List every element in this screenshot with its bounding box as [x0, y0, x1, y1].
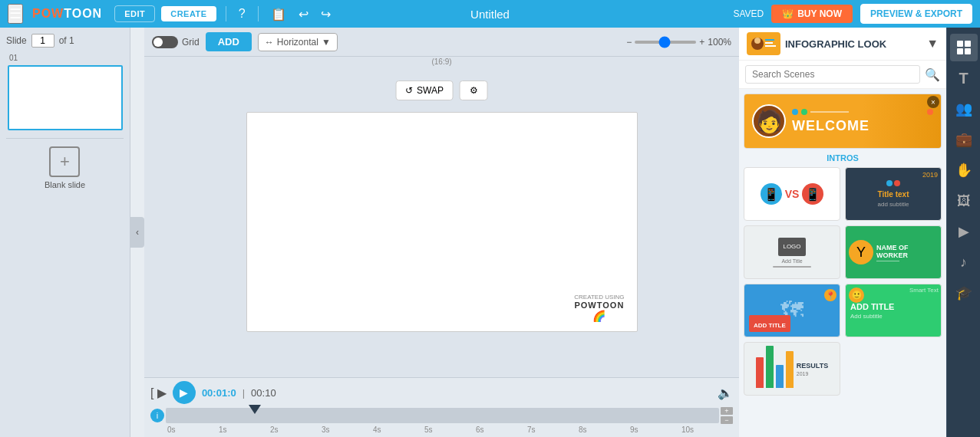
- add-button[interactable]: ADD: [206, 32, 252, 51]
- infographic-chevron-icon[interactable]: ▼: [926, 37, 939, 51]
- sidebar-text-button[interactable]: T: [950, 64, 978, 92]
- zoom-minus[interactable]: −: [626, 37, 632, 48]
- svg-rect-8: [957, 48, 963, 54]
- sidebar-music-button[interactable]: ♪: [950, 248, 978, 276]
- scene-close-button[interactable]: ×: [927, 96, 939, 108]
- sidebar-objects-button[interactable]: 💼: [950, 126, 978, 153]
- volume-button[interactable]: 🔈: [718, 386, 733, 400]
- swap-icon: ↺: [405, 85, 413, 96]
- zoom-slider[interactable]: [635, 41, 696, 44]
- preview-export-button[interactable]: PREVIEW & EXPORT: [860, 4, 972, 24]
- timeline-info-button[interactable]: i: [150, 409, 164, 422]
- scene-search-bar: 🔍: [739, 61, 946, 89]
- saved-status: SAVED: [733, 8, 764, 19]
- timeline-zoom-in[interactable]: +: [721, 407, 733, 415]
- sidebar-characters-button[interactable]: 👥: [950, 95, 978, 123]
- scene-item-title-text[interactable]: 2019 Title text add subtitle: [845, 167, 942, 221]
- scenes-panel: INFOGRAPHIC LOOK ▼ 🔍 🧑: [739, 28, 946, 437]
- zoom-percent: 100%: [708, 37, 731, 48]
- title-text-label: Title text: [878, 190, 909, 199]
- slide-of-label: of 1: [59, 35, 74, 46]
- grid-toggle-switch[interactable]: [152, 36, 178, 48]
- swap-button[interactable]: ↺ SWAP: [395, 80, 454, 100]
- timeline-track: i + −: [150, 407, 733, 424]
- play-button[interactable]: ▶: [173, 381, 196, 404]
- mark-in-button[interactable]: [ ▶: [150, 386, 167, 400]
- scene-item-add-title[interactable]: Smart Text ADD TITLE Add subtitle 🙂: [845, 284, 942, 337]
- slide-label: Slide: [6, 35, 27, 46]
- redo-button[interactable]: ↪: [318, 4, 334, 25]
- undo-button[interactable]: ↩: [295, 4, 312, 25]
- hamburger-menu[interactable]: ☰: [8, 4, 23, 24]
- sidebar-effects-button[interactable]: 🎓: [950, 279, 978, 307]
- help-button[interactable]: ?: [236, 4, 249, 24]
- blank-slide-button[interactable]: + Blank slide: [45, 146, 85, 189]
- zoom-plus[interactable]: +: [699, 37, 704, 48]
- intros-label: INTROS: [744, 153, 942, 163]
- timeline-bar[interactable]: [166, 408, 719, 423]
- timeline-adjust: + −: [721, 407, 733, 424]
- buy-now-button[interactable]: 👑 BUY NOW: [771, 5, 853, 23]
- nav-divider-1: [226, 6, 226, 21]
- sidebar-video-button[interactable]: ▶: [950, 218, 978, 245]
- edit-button[interactable]: EDIT: [114, 5, 155, 22]
- scene-item-insert-logo[interactable]: LOGO Add Title: [744, 225, 840, 279]
- right-sidebar: T 👥 💼 ✋ 🖼 ▶ ♪ 🎓: [946, 28, 980, 437]
- canvas-ratio: (16:9): [144, 57, 739, 67]
- slide-number-bar: Slide of 1: [6, 34, 124, 48]
- search-icon: 🔍: [925, 68, 940, 81]
- timeline-controls: [ ▶ ▶ 00:01:0 | 00:10 🔈: [150, 381, 733, 404]
- svg-rect-6: [957, 41, 963, 47]
- top-navbar: ☰ POWTOON EDIT CREATE ? 📋 ↩ ↪ Untitled S…: [0, 0, 980, 28]
- sidebar-hand-button[interactable]: ✋: [950, 156, 978, 184]
- slide-number-input[interactable]: [31, 34, 54, 48]
- ruler-2s: 2s: [270, 426, 322, 434]
- time-separator: |: [243, 387, 245, 399]
- separator: [6, 138, 124, 139]
- timeline-playhead: [249, 405, 261, 414]
- scene-item-welcome[interactable]: 🧑 WELCOME ×: [744, 94, 942, 149]
- scene-search-input[interactable]: [745, 65, 920, 84]
- ruler-6s: 6s: [476, 426, 527, 434]
- scene-item-chart[interactable]: RESULTS 2019: [744, 342, 840, 396]
- svg-rect-4: [765, 42, 773, 44]
- ruler-5s: 5s: [424, 426, 476, 434]
- document-title[interactable]: Untitled: [470, 8, 510, 21]
- blank-slide-label: Blank slide: [45, 180, 85, 189]
- watermark-logo: POWTOON: [574, 301, 624, 310]
- canvas-wrapper: ↺ SWAP ⚙ CREATED USING POWTOON 🌈: [144, 67, 739, 377]
- canvas-frame[interactable]: CREATED USING POWTOON 🌈: [246, 112, 638, 332]
- svg-rect-5: [765, 45, 776, 47]
- add-subtitle2-label: Add subtitle: [850, 313, 883, 320]
- app-logo: POWTOON: [32, 7, 102, 21]
- layout-button[interactable]: ↔ Horizontal ▼: [258, 33, 338, 51]
- slide-thumbnail[interactable]: [8, 65, 123, 130]
- collapse-panel-button[interactable]: ‹: [130, 217, 144, 248]
- settings-button[interactable]: ⚙: [460, 80, 488, 100]
- scene-search-button[interactable]: 🔍: [925, 67, 940, 82]
- scenes-list[interactable]: 🧑 WELCOME × INTROS: [739, 89, 946, 437]
- current-time-display: 00:01:0: [202, 387, 236, 399]
- canvas-edit-toolbar: ↺ SWAP ⚙: [395, 80, 488, 100]
- sidebar-scenes-button[interactable]: [950, 34, 978, 61]
- add-slide-icon: +: [49, 146, 80, 177]
- timeline-zoom-out[interactable]: −: [721, 416, 733, 424]
- nav-divider-2: [258, 6, 259, 21]
- grid-label: Grid: [182, 37, 200, 48]
- slide-panel: Slide of 1 01 + Blank slide: [0, 28, 130, 437]
- total-time-display: 00:10: [251, 387, 276, 399]
- scene-item-world-map[interactable]: 🗺 ADD TITLE 📍: [744, 284, 840, 337]
- main-layout: Slide of 1 01 + Blank slide ‹ Grid ADD ↔: [0, 28, 980, 437]
- timeline-area: [ ▶ ▶ 00:01:0 | 00:10 🔈 i + − 0s 1s: [144, 377, 739, 437]
- zoom-control: − + 100%: [626, 37, 731, 48]
- timeline-ruler: 0s 1s 2s 3s 4s 5s 6s 7s 8s 9s 10s: [167, 426, 733, 434]
- toggle-knob: [153, 38, 163, 47]
- scene-item-vs[interactable]: 📱 VS 📱: [744, 167, 840, 221]
- vs-text: VS: [785, 188, 800, 200]
- notes-button[interactable]: 📋: [268, 4, 289, 25]
- create-button[interactable]: CREATE: [161, 6, 216, 21]
- sidebar-images-button[interactable]: 🖼: [950, 187, 978, 215]
- scenes-grid: 📱 VS 📱 2019 Title text add subtitle: [744, 167, 942, 396]
- scene-item-name-worker[interactable]: Y NAME OF WORKER: [845, 225, 942, 279]
- ruler-8s: 8s: [579, 426, 630, 434]
